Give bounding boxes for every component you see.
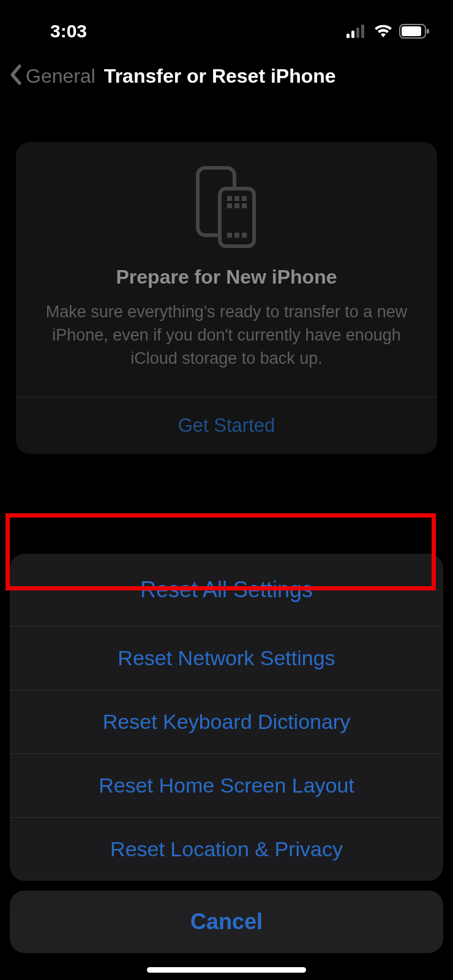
status-bar: 3:03: [0, 0, 453, 54]
svg-rect-2: [356, 28, 359, 38]
svg-rect-6: [427, 29, 429, 34]
page-title: Transfer or Reset iPhone: [104, 65, 336, 88]
card-description: Make sure everything's ready to transfer…: [34, 301, 419, 397]
cellular-signal-icon: [346, 24, 367, 38]
reset-all-settings-button[interactable]: Reset All Settings: [10, 554, 443, 626]
svg-rect-15: [227, 233, 232, 238]
status-indicators: [346, 24, 430, 39]
action-sheet: Reset All Settings Reset Network Setting…: [10, 554, 443, 953]
phone-transfer-icon: [34, 164, 419, 266]
card-title: Prepare for New iPhone: [34, 266, 419, 288]
reset-network-settings-button[interactable]: Reset Network Settings: [10, 627, 443, 690]
svg-rect-9: [227, 196, 232, 201]
svg-rect-12: [227, 203, 232, 208]
reset-keyboard-dictionary-button[interactable]: Reset Keyboard Dictionary: [10, 690, 443, 753]
svg-rect-5: [402, 26, 421, 36]
svg-rect-17: [242, 233, 247, 238]
svg-rect-0: [346, 34, 350, 38]
navigation-bar: General Transfer or Reset iPhone: [0, 54, 453, 98]
action-sheet-options: Reset All Settings Reset Network Setting…: [10, 554, 443, 881]
cancel-button[interactable]: Cancel: [10, 891, 443, 953]
svg-rect-11: [242, 196, 247, 201]
reset-home-screen-layout-button[interactable]: Reset Home Screen Layout: [10, 754, 443, 817]
status-time: 3:03: [23, 21, 87, 42]
prepare-card: Prepare for New iPhone Make sure everyth…: [16, 142, 437, 454]
content-area: Prepare for New iPhone Make sure everyth…: [0, 98, 453, 454]
svg-rect-16: [234, 233, 239, 238]
get-started-button[interactable]: Get Started: [34, 398, 419, 454]
battery-icon: [399, 24, 430, 39]
svg-rect-14: [242, 203, 247, 208]
svg-rect-13: [234, 203, 239, 208]
reset-location-privacy-button[interactable]: Reset Location & Privacy: [10, 818, 443, 881]
home-indicator[interactable]: [147, 967, 306, 973]
back-button-label[interactable]: General: [26, 65, 95, 88]
svg-rect-1: [351, 31, 354, 38]
svg-rect-3: [361, 24, 364, 38]
svg-rect-10: [234, 196, 239, 201]
wifi-icon: [373, 24, 393, 39]
back-chevron-icon[interactable]: [9, 64, 22, 88]
